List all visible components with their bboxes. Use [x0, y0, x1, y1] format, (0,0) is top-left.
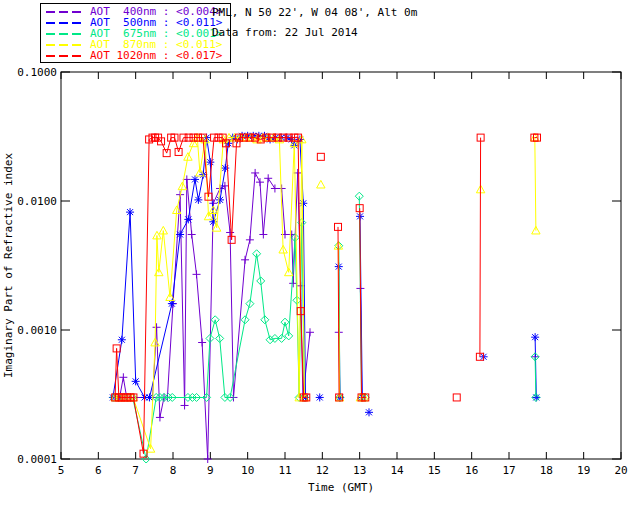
marker-asterisk: [316, 393, 324, 401]
x-tick-label: 13: [353, 464, 366, 477]
x-tick-label: 11: [278, 464, 291, 477]
marker-asterisk: [531, 333, 539, 341]
marker-square: [317, 153, 324, 160]
y-tick-label: 0.1000: [17, 66, 57, 79]
marker-plus: [153, 323, 161, 331]
marker-plus: [181, 401, 189, 409]
marker-asterisk: [299, 199, 307, 207]
marker-asterisk: [184, 215, 192, 223]
legend-dash-line: [46, 22, 84, 24]
series-line-1020nm: [480, 138, 481, 357]
marker-plus: [241, 256, 249, 264]
marker-asterisk: [194, 196, 202, 204]
x-tick-label: 8: [170, 464, 177, 477]
x-tick-label: 19: [577, 464, 590, 477]
marker-plus: [264, 174, 272, 182]
marker-plus: [119, 373, 127, 381]
legend-dash-line: [46, 11, 84, 13]
x-tick-label: 20: [614, 464, 627, 477]
marker-triangle: [317, 180, 325, 188]
data-date-text: Data from: 22 Jul 2014: [212, 26, 358, 39]
marker-asterisk: [206, 158, 214, 166]
x-tick-label: 5: [58, 464, 65, 477]
marker-plus: [259, 230, 267, 238]
x-axis-label: Time (GMT): [61, 481, 621, 494]
marker-plus: [256, 178, 264, 186]
y-tick-label: 0.0100: [17, 195, 57, 208]
x-tick-label: 9: [207, 464, 214, 477]
y-tick-label: 0.0001: [17, 453, 57, 466]
marker-asterisk: [176, 230, 184, 238]
x-tick-label: 15: [428, 464, 441, 477]
marker-plus: [251, 169, 259, 177]
legend-label: AOT 1020nm : <0.017>: [90, 50, 222, 61]
marker-plus: [198, 339, 206, 347]
marker-asterisk: [132, 377, 140, 385]
x-tick-label: 6: [95, 464, 102, 477]
x-tick-label: 17: [502, 464, 515, 477]
aeronet-refractive-index-figure: 5678910111213141516171819200.10000.01000…: [0, 0, 640, 512]
station-info-text: PML, N 50 22', W 04 08', Alt 0m: [212, 6, 417, 19]
x-tick-label: 18: [540, 464, 553, 477]
x-tick-label: 7: [132, 464, 139, 477]
plot-canvas: 5678910111213141516171819200.10000.01000…: [0, 0, 640, 512]
y-tick-label: 0.0010: [17, 324, 57, 337]
marker-plus: [193, 270, 201, 278]
x-tick-label: 12: [316, 464, 329, 477]
marker-asterisk: [126, 208, 134, 216]
legend-dash-line: [46, 44, 84, 46]
series-line-870nm: [535, 138, 536, 231]
legend-dash-line: [46, 55, 84, 57]
series-line-675nm: [114, 223, 304, 459]
x-tick-label: 16: [465, 464, 478, 477]
marker-asterisk: [365, 408, 373, 416]
x-tick-label: 10: [241, 464, 254, 477]
marker-asterisk: [191, 175, 199, 183]
legend-box: AOT 400nm : <0.004>AOT 500nm : <0.011>AO…: [40, 3, 231, 63]
marker-plus: [156, 413, 164, 421]
marker-plus: [246, 236, 254, 244]
marker-plus: [226, 228, 234, 236]
marker-asterisk: [118, 336, 126, 344]
y-axis-label: Imaginary Part of Refractive index: [2, 66, 15, 466]
marker-plus: [306, 328, 314, 336]
legend-entry-1020nm: AOT 1020nm : <0.017>: [46, 50, 230, 61]
legend-dash-line: [46, 33, 84, 35]
marker-asterisk: [216, 196, 224, 204]
marker-plus: [188, 230, 196, 238]
x-tick-label: 14: [390, 464, 404, 477]
series-line-1020nm: [115, 138, 306, 454]
marker-square: [453, 394, 460, 401]
